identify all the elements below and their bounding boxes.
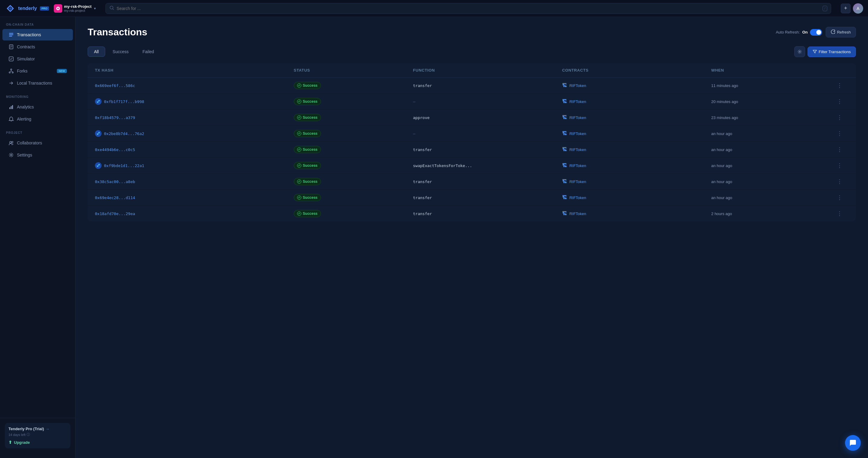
row-more-button[interactable]: ⋮: [831, 210, 849, 217]
simulator-icon: [8, 56, 14, 62]
table-row[interactable]: 0x69e4ec28...d114 ✓ Success transfer 🏗 R…: [88, 190, 856, 206]
table-row[interactable]: 0xf9bde1d1...22a1 ✓ Success swapExactTok…: [88, 158, 856, 174]
tx-hash-value: 0xe4494b6e...c0c5: [95, 148, 135, 152]
trial-days: 14 days left ⓘ: [8, 432, 67, 437]
contract-cell: 🏗 RIFToken: [562, 99, 711, 104]
when-cell: an hour ago: [711, 131, 831, 136]
tx-hash-value: 0xf18b4579...a379: [95, 116, 135, 120]
row-more-button[interactable]: ⋮: [831, 82, 849, 89]
settings-icon: [8, 152, 14, 158]
table-row[interactable]: 0xf18b4579...a379 ✓ Success approve 🏗 RI…: [88, 110, 856, 126]
status-badge: ✓ Success: [294, 146, 321, 153]
sidebar-item-alerting[interactable]: Alerting: [2, 113, 73, 125]
svg-rect-12: [9, 107, 10, 109]
sidebar-item-transactions-label: Transactions: [17, 32, 41, 37]
svg-point-16: [12, 141, 13, 142]
refresh-button[interactable]: Refresh: [826, 27, 856, 37]
row-more-button[interactable]: ⋮: [831, 194, 849, 201]
function-cell: swapExactTokensForToke...: [413, 163, 562, 168]
main-content: Transactions Auto Refresh: On Refresh: [75, 17, 868, 458]
trial-name[interactable]: Tenderly Pro (Trial) →: [8, 427, 67, 431]
auto-refresh-toggle[interactable]: [810, 29, 822, 36]
contract-icon: 🏗: [562, 115, 567, 120]
svg-point-10: [9, 72, 10, 73]
trial-arrow-icon: →: [46, 427, 50, 431]
sidebar-section-on-chain: ON-CHAIN DATA: [0, 17, 75, 29]
function-cell: transfer: [413, 148, 562, 152]
table-row[interactable]: 0xfb1f717f...b998 ✓ Success – 🏗 RIFToken…: [88, 94, 856, 110]
function-cell: –: [413, 99, 562, 104]
status-badge: ✓ Success: [294, 178, 321, 185]
tab-all[interactable]: All: [88, 46, 105, 57]
sidebar-item-local-transactions[interactable]: Local Transactions: [2, 77, 73, 89]
tab-actions: Filter Transactions: [794, 46, 856, 57]
chat-button[interactable]: [845, 435, 861, 451]
row-more-button[interactable]: ⋮: [831, 98, 849, 105]
contract-icon: 🏗: [562, 211, 567, 216]
sidebar-item-collaborators[interactable]: Collaborators: [2, 137, 73, 149]
table-row[interactable]: 0xe4494b6e...c0c5 ✓ Success transfer 🏗 R…: [88, 142, 856, 158]
project-slug: my-rsk-project: [64, 9, 92, 12]
sidebar-item-settings[interactable]: Settings: [2, 149, 73, 161]
status-dot-icon: ✓: [297, 131, 301, 136]
svg-rect-4: [9, 33, 13, 34]
sidebar-section-project: PROJECT: [0, 125, 75, 137]
filter-transactions-button[interactable]: Filter Transactions: [808, 46, 856, 57]
trial-info: Tenderly Pro (Trial) → 14 days left ⓘ ⬆ …: [5, 423, 70, 448]
table-row[interactable]: 0x18afd70e...29ea ✓ Success transfer 🏗 R…: [88, 206, 856, 222]
tx-hash-cell: 0x2be8b7d4...76a2: [95, 130, 294, 137]
sidebar-item-forks[interactable]: Forks New: [2, 65, 73, 77]
project-icon: [54, 4, 62, 13]
sidebar-item-transactions[interactable]: Transactions: [2, 29, 73, 40]
avatar-placeholder: A: [853, 3, 863, 13]
sidebar-item-simulator-label: Simulator: [17, 57, 35, 61]
function-cell: transfer: [413, 195, 562, 200]
new-item-button[interactable]: +: [841, 4, 850, 13]
tx-hash-cell: 0xf18b4579...a379: [95, 116, 294, 120]
row-more-button[interactable]: ⋮: [831, 162, 849, 169]
contract-cell: 🏗 RIFToken: [562, 147, 711, 152]
avatar[interactable]: A: [853, 3, 863, 13]
sidebar-bottom: Tenderly Pro (Trial) → 14 days left ⓘ ⬆ …: [0, 418, 75, 453]
row-more-button[interactable]: ⋮: [831, 146, 849, 153]
auto-refresh-state: On: [802, 30, 808, 34]
contract-cell: 🏗 RIFToken: [562, 179, 711, 184]
tx-hash-cell: 0xf9bde1d1...22a1: [95, 162, 294, 169]
search-input[interactable]: [117, 6, 820, 11]
tx-hash-cell: 0xfb1f717f...b998: [95, 98, 294, 105]
table-settings-button[interactable]: [794, 46, 805, 57]
tab-failed[interactable]: Failed: [136, 46, 160, 57]
project-selector[interactable]: my-rsk-Project my-rsk-project ▾: [54, 4, 96, 13]
auto-refresh-indicator: Auto Refresh: On: [776, 29, 823, 36]
tab-success[interactable]: Success: [106, 46, 135, 57]
transactions-table: Tx Hash Status Function Contracts When 0…: [88, 63, 856, 222]
refresh-icon: [831, 30, 835, 35]
when-cell: an hour ago: [711, 195, 831, 200]
pro-badge: PRO: [40, 6, 49, 10]
when-cell: 11 minutes ago: [711, 84, 831, 88]
sidebar-item-collaborators-label: Collaborators: [17, 140, 42, 145]
tx-hash-cell: 0x18afd70e...29ea: [95, 211, 294, 216]
status-badge: ✓ Success: [294, 162, 321, 169]
col-status: Status: [294, 68, 413, 72]
contracts-icon: [8, 44, 14, 50]
row-more-button[interactable]: ⋮: [831, 114, 849, 121]
col-actions: [831, 68, 849, 72]
sidebar-item-contracts-label: Contracts: [17, 44, 35, 49]
sidebar-item-forks-label: Forks: [17, 69, 28, 73]
analytics-icon: [8, 104, 14, 110]
row-more-button[interactable]: ⋮: [831, 130, 849, 137]
sidebar-item-analytics[interactable]: Analytics: [2, 101, 73, 113]
table-row[interactable]: 0x669eef6f...586c ✓ Success transfer 🏗 R…: [88, 78, 856, 94]
svg-rect-5: [9, 34, 13, 35]
upgrade-button[interactable]: ⬆ Upgrade: [8, 440, 67, 445]
sidebar-item-simulator[interactable]: Simulator: [2, 53, 73, 65]
top-nav: tenderly PRO my-rsk-Project my-rsk-proje…: [0, 0, 868, 17]
search-bar[interactable]: /: [105, 3, 831, 14]
tx-hash-value: 0xfb1f717f...b998: [104, 99, 144, 104]
table-row[interactable]: 0x38c5ac00...a8eb ✓ Success transfer 🏗 R…: [88, 174, 856, 190]
status-dot-icon: ✓: [297, 163, 301, 168]
sidebar-item-contracts[interactable]: Contracts: [2, 41, 73, 53]
row-more-button[interactable]: ⋮: [831, 178, 849, 185]
table-row[interactable]: 0x2be8b7d4...76a2 ✓ Success – 🏗 RIFToken…: [88, 126, 856, 142]
